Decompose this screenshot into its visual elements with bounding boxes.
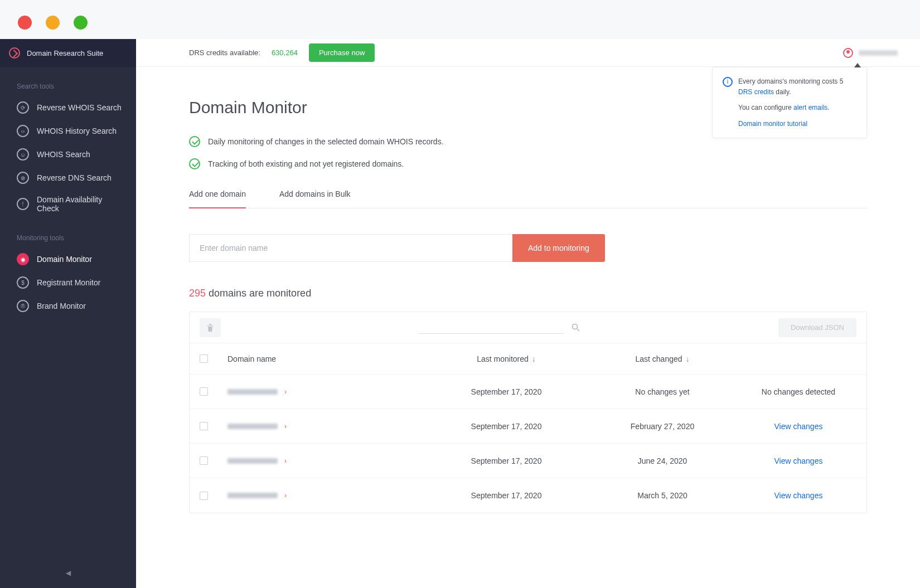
last-changed-cell: June 24, 2020 xyxy=(584,456,740,465)
drs-credits-link[interactable]: DRS credits xyxy=(738,88,774,96)
domain-cell[interactable]: › xyxy=(227,422,428,430)
row-action: No changes detected xyxy=(740,387,856,396)
alert-emails-link[interactable]: alert emails xyxy=(793,104,827,111)
minimize-window-dot[interactable] xyxy=(46,16,60,30)
chevron-right-icon: › xyxy=(284,388,287,396)
col-last-changed[interactable]: Last changed↓ xyxy=(584,354,740,363)
sidebar-item-registrant-monitor[interactable]: $ Registrant Monitor xyxy=(0,271,136,294)
brand-header[interactable]: Domain Research Suite xyxy=(0,39,136,67)
sidebar-item-reverse-dns[interactable]: ⊕ Reverse DNS Search xyxy=(0,166,136,189)
feature-text: Tracking of both existing and not yet re… xyxy=(208,159,404,168)
main-area: DRS credits available: 630,264 Purchase … xyxy=(136,39,920,588)
chevron-right-icon: › xyxy=(284,492,287,499)
sidebar-item-domain-monitor[interactable]: ◉ Domain Monitor xyxy=(0,247,136,271)
tab-add-one[interactable]: Add one domain xyxy=(189,189,246,208)
refresh-icon: ⟳ xyxy=(17,101,29,114)
tabs: Add one domain Add domains in Bulk xyxy=(189,189,867,208)
registered-icon: ® xyxy=(17,300,29,312)
info-text-2: You can configure alert emails. xyxy=(738,103,856,113)
last-monitored-cell: September 17, 2020 xyxy=(428,491,584,500)
svg-line-1 xyxy=(577,329,579,331)
sidebar-item-label: WHOIS History Search xyxy=(37,127,117,135)
feature-text: Daily monitoring of changes in the selec… xyxy=(208,137,444,146)
domain-name-redacted xyxy=(227,458,278,464)
table-row: › September 17, 2020 February 27, 2020 V… xyxy=(190,409,866,444)
select-all-checkbox[interactable] xyxy=(200,354,208,363)
sidebar-item-whois-history[interactable]: ‹› WHOIS History Search xyxy=(0,119,136,143)
brand-logo-icon xyxy=(9,47,20,59)
download-json-button[interactable]: Download JSON xyxy=(778,318,856,337)
domain-name-redacted xyxy=(227,493,278,498)
user-icon xyxy=(843,48,853,58)
popup-arrow-icon xyxy=(854,63,861,67)
count-number: 295 xyxy=(189,288,206,299)
row-checkbox[interactable] xyxy=(200,456,208,465)
sidebar-item-label: Domain Monitor xyxy=(37,255,92,264)
sidebar-section-monitoring: Monitoring tools xyxy=(0,218,136,247)
table-header: Domain name Last monitored↓ Last changed… xyxy=(190,343,866,375)
info-text-1: Every domains's monitoring costs 5 DRS c… xyxy=(738,76,856,97)
sidebar-item-label: Reverse DNS Search xyxy=(37,173,112,182)
last-changed-cell: February 27, 2020 xyxy=(584,422,740,431)
window-traffic-lights xyxy=(0,0,920,39)
close-window-dot[interactable] xyxy=(18,16,32,30)
table-row: › September 17, 2020 March 5, 2020 View … xyxy=(190,478,866,513)
table-search-input[interactable] xyxy=(419,322,564,334)
trash-icon xyxy=(206,323,214,332)
domain-cell[interactable]: › xyxy=(227,457,428,465)
col-domain[interactable]: Domain name xyxy=(227,354,428,363)
collapse-sidebar-icon[interactable]: ◀ xyxy=(0,558,136,588)
credits-label: DRS credits available: xyxy=(189,48,260,57)
table-row: › September 17, 2020 No changes yet No c… xyxy=(190,375,866,409)
svg-point-0 xyxy=(573,324,578,329)
alert-icon: ! xyxy=(17,198,29,210)
sort-arrow-icon: ↓ xyxy=(686,354,690,363)
info-icon: i xyxy=(723,77,733,87)
sidebar-item-label: Reverse WHOIS Search xyxy=(37,103,122,112)
target-icon: ◉ xyxy=(17,253,29,265)
sidebar-section-search: Search tools xyxy=(0,67,136,96)
row-checkbox[interactable] xyxy=(200,492,208,500)
delete-button[interactable] xyxy=(200,318,221,337)
table-toolbar: Download JSON xyxy=(190,312,866,343)
row-action[interactable]: View changes xyxy=(740,456,856,465)
row-checkbox[interactable] xyxy=(200,387,208,396)
tab-add-bulk[interactable]: Add domains in Bulk xyxy=(279,189,351,208)
row-action[interactable]: View changes xyxy=(740,491,856,500)
brand-title: Domain Research Suite xyxy=(27,49,103,57)
sidebar-item-label: Brand Monitor xyxy=(37,302,86,310)
last-monitored-cell: September 17, 2020 xyxy=(428,387,584,396)
last-monitored-cell: September 17, 2020 xyxy=(428,456,584,465)
tutorial-link[interactable]: Domain monitor tutorial xyxy=(738,120,807,128)
sidebar-item-whois-search[interactable]: ☺ WHOIS Search xyxy=(0,143,136,166)
domain-input[interactable] xyxy=(189,234,512,262)
domain-cell[interactable]: › xyxy=(227,492,428,499)
sidebar-item-label: WHOIS Search xyxy=(37,150,90,159)
maximize-window-dot[interactable] xyxy=(74,16,88,30)
domain-name-redacted xyxy=(227,424,278,429)
col-last-monitored[interactable]: Last monitored↓ xyxy=(428,354,584,363)
user-menu[interactable] xyxy=(843,48,898,58)
sidebar-item-reverse-whois[interactable]: ⟳ Reverse WHOIS Search xyxy=(0,96,136,119)
sidebar: Domain Research Suite Search tools ⟳ Rev… xyxy=(0,39,136,588)
domain-cell[interactable]: › xyxy=(227,388,428,396)
person-icon: ☺ xyxy=(17,148,29,161)
chevron-right-icon: › xyxy=(284,422,287,430)
sidebar-item-brand-monitor[interactable]: ® Brand Monitor xyxy=(0,294,136,318)
chevron-right-icon: › xyxy=(284,457,287,465)
sidebar-item-label: Registrant Monitor xyxy=(37,278,100,287)
domain-name-redacted xyxy=(227,389,278,395)
user-name-redacted xyxy=(859,50,898,56)
last-monitored-cell: September 17, 2020 xyxy=(428,422,584,431)
search-icon[interactable] xyxy=(572,323,580,332)
row-checkbox[interactable] xyxy=(200,422,208,430)
add-to-monitoring-button[interactable]: Add to monitoring xyxy=(512,234,605,262)
sort-arrow-icon: ↓ xyxy=(532,354,536,363)
row-action[interactable]: View changes xyxy=(740,422,856,431)
sidebar-item-label: Domain Availability Check xyxy=(37,195,126,213)
last-changed-cell: March 5, 2020 xyxy=(584,491,740,500)
check-icon xyxy=(189,136,200,147)
last-changed-cell: No changes yet xyxy=(584,387,740,396)
purchase-button[interactable]: Purchase now xyxy=(309,43,375,62)
sidebar-item-domain-availability[interactable]: ! Domain Availability Check xyxy=(0,189,136,218)
